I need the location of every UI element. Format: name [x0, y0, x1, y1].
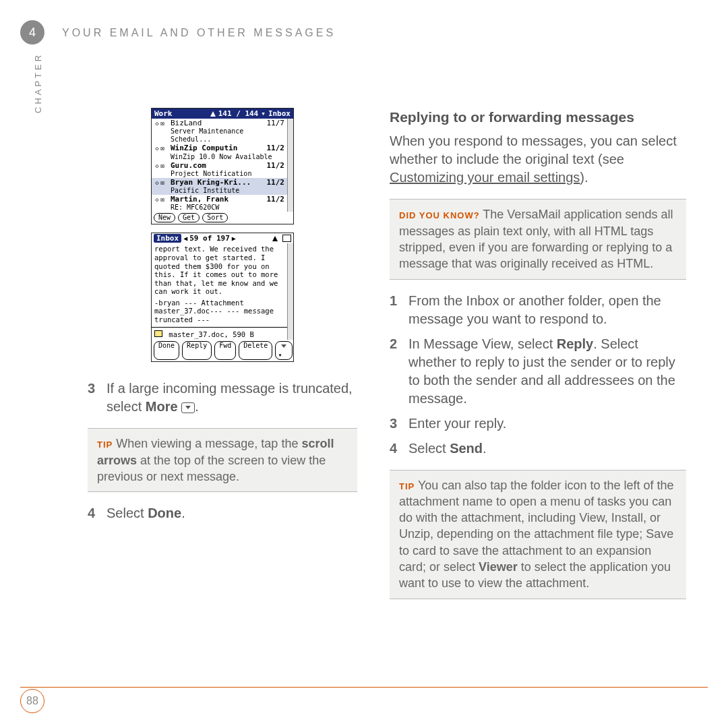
step-4-text: Select Done. — [107, 504, 185, 522]
tip-label: TIP — [97, 439, 113, 450]
page-number: 88 — [20, 689, 44, 713]
r-step4: Select Send. — [408, 439, 487, 458]
palm-msg-sig: -bryan --- Attachment master_37.doc--- -… — [152, 297, 287, 326]
tip-box-2: TIP You can also tap the folder icon to … — [390, 470, 686, 599]
palm-inbox-row[interactable]: ◇✉Martin, Frank11/2 — [152, 195, 287, 204]
palm-delete-button[interactable]: Delete — [239, 341, 272, 360]
dyk-label: DID YOU KNOW? — [399, 210, 480, 220]
r-step2: In Message View, select Reply. Select wh… — [408, 335, 686, 408]
signal-icon — [272, 236, 278, 241]
did-you-know-box: DID YOU KNOW? The VersaMail application … — [390, 199, 686, 279]
palm-folder: Inbox — [268, 109, 291, 118]
tip-box: TIP When viewing a message, tap the scro… — [88, 428, 357, 492]
next-msg-icon[interactable] — [232, 234, 236, 243]
envelope-icon: ✉ — [160, 179, 171, 187]
section-intro: When you respond to messages, you can se… — [390, 132, 686, 187]
chapter-badge: 4 — [20, 20, 44, 44]
palm-done-button[interactable]: Done — [154, 341, 179, 360]
envelope-icon: ✉ — [160, 144, 171, 152]
step-number: 3 — [88, 380, 100, 416]
footer-rule — [20, 687, 708, 688]
palm-counter: 141 / 144 — [218, 109, 259, 118]
palm-reply-button[interactable]: Reply — [182, 341, 212, 360]
palm-inbox-row[interactable]: ◇✉BizLand11/7 — [152, 119, 287, 127]
chapter-side-label: CHAPTER — [32, 53, 44, 113]
more-icon — [181, 402, 195, 413]
palm-get-button[interactable]: Get — [178, 213, 200, 222]
step-number: 1 — [390, 292, 402, 328]
palm-message-screenshot: Inbox 59 of 197 report text. We received… — [151, 233, 294, 362]
palm-msg-body: report text. We received the approval to… — [152, 243, 287, 297]
envelope-icon: ✉ — [160, 119, 171, 127]
tip-label: TIP — [399, 481, 415, 491]
running-head: YOUR EMAIL AND OTHER MESSAGES — [62, 26, 336, 40]
palm-new-button[interactable]: New — [154, 213, 175, 222]
customizing-link[interactable]: Customizing your email settings — [390, 170, 580, 185]
r-step3: Enter your reply. — [408, 415, 506, 433]
palm-attachment: master_37.doc, 590 B — [169, 330, 253, 338]
step-number: 4 — [88, 504, 100, 522]
palm-msg-folder: Inbox — [154, 234, 181, 243]
palm-scrollbar[interactable] — [287, 119, 293, 212]
palm-inbox-row[interactable]: ◇✉Guru.com11/2 — [152, 161, 287, 170]
r-step1: From the Inbox or another folder, open t… — [408, 292, 686, 328]
prev-msg-icon[interactable] — [183, 234, 187, 243]
attachment-folder-icon[interactable] — [154, 330, 162, 337]
palm-scrollbar[interactable] — [287, 243, 293, 340]
envelope-icon: ✉ — [160, 195, 171, 204]
palm-inbox-row[interactable]: ◇✉WinZip Computin11/2 — [152, 144, 287, 152]
palm-inbox-screenshot: Work 141 / 144 ▾ Inbox ◇✉BizLand11/7Serv… — [151, 108, 294, 224]
section-title: Replying to or forwarding messages — [390, 108, 686, 127]
step-number: 4 — [390, 439, 402, 458]
step-3-text: If a large incoming message is truncated… — [107, 380, 357, 416]
signal-icon — [210, 111, 216, 117]
palm-msg-position: 59 of 197 — [189, 234, 230, 243]
envelope-icon: ✉ — [160, 162, 171, 170]
palm-sort-button[interactable]: Sort — [202, 213, 228, 222]
palm-inbox-row[interactable]: ◇✉Bryan Kring-Kri...11/2 — [152, 178, 287, 187]
step-number: 3 — [390, 415, 402, 433]
palm-fwd-button[interactable]: Fwd — [214, 341, 236, 360]
palm-more-button[interactable]: ▾ — [275, 341, 293, 360]
step-number: 2 — [390, 335, 402, 408]
palm-account: Work — [154, 109, 173, 118]
list-view-icon[interactable] — [282, 235, 291, 242]
